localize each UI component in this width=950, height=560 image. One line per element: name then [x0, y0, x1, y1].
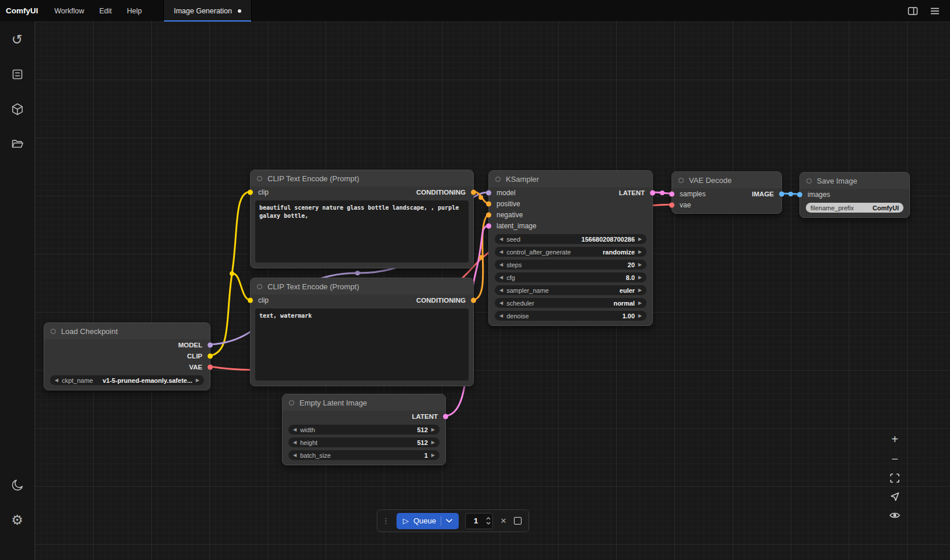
- settings-button[interactable]: ⚙: [5, 507, 30, 533]
- widget-arrow-left-icon[interactable]: ◀: [293, 440, 297, 445]
- collapse-dot[interactable]: [806, 178, 812, 184]
- widget-arrow-left-icon[interactable]: ◀: [499, 301, 503, 306]
- queue-button[interactable]: ▷ Queue: [397, 513, 459, 529]
- menu-edit[interactable]: Edit: [92, 0, 120, 21]
- collapse-dot[interactable]: [257, 284, 262, 289]
- node-header[interactable]: CLIP Text Encode (Prompt): [251, 170, 473, 186]
- collapse-dot[interactable]: [257, 176, 262, 181]
- input-port-images[interactable]: [797, 192, 802, 197]
- collapse-dot[interactable]: [51, 329, 56, 334]
- batch-count-input[interactable]: 1: [465, 513, 493, 529]
- stepper-down-icon[interactable]: [486, 522, 491, 525]
- menu-workflow[interactable]: Workflow: [47, 0, 92, 21]
- input-port-latent-image[interactable]: [486, 223, 491, 228]
- drag-handle-icon[interactable]: ⋮: [381, 516, 390, 525]
- cfg-widget[interactable]: ◀ cfg 8.0 ▶: [495, 272, 647, 282]
- collapse-dot[interactable]: [289, 400, 294, 405]
- sidebar-history-button[interactable]: ↺: [5, 27, 30, 52]
- menu-help[interactable]: Help: [119, 0, 149, 21]
- node-vae-decode[interactable]: VAE Decode samples IMAGE vae: [672, 171, 782, 214]
- node-header[interactable]: Load Checkpoint: [44, 323, 210, 339]
- output-port-conditioning[interactable]: [471, 189, 476, 195]
- output-port-vae[interactable]: [208, 364, 213, 369]
- toggle-panel-button[interactable]: [907, 5, 919, 17]
- output-port-model[interactable]: [208, 342, 213, 347]
- sidebar-workflows-button[interactable]: [5, 131, 30, 157]
- widget-arrow-left-icon[interactable]: ◀: [499, 263, 503, 267]
- node-ksampler[interactable]: KSampler model LATENT positive negative …: [488, 170, 653, 326]
- stop-button[interactable]: [514, 517, 522, 525]
- node-clip-text-encode-positive[interactable]: CLIP Text Encode (Prompt) clip CONDITION…: [250, 170, 474, 268]
- widget-arrow-left-icon[interactable]: ◀: [499, 275, 503, 280]
- node-header[interactable]: Empty Latent Image: [283, 394, 445, 411]
- widget-arrow-left-icon[interactable]: ◀: [499, 250, 503, 254]
- batch-size-widget[interactable]: ◀ batch_size 1 ▶: [288, 450, 440, 460]
- sidebar-node-library-button[interactable]: [5, 96, 30, 122]
- steps-widget[interactable]: ◀ steps 20 ▶: [495, 260, 647, 270]
- node-load-checkpoint[interactable]: Load Checkpoint MODEL CLIP VAE ◀ ckpt_na…: [44, 322, 210, 390]
- control-after-generate-widget[interactable]: ◀ control_after_generate randomize ▶: [495, 247, 647, 257]
- widget-arrow-left-icon[interactable]: ◀: [293, 428, 297, 432]
- zoom-out-button[interactable]: −: [891, 453, 898, 465]
- input-port-vae[interactable]: [669, 202, 674, 207]
- width-widget[interactable]: ◀ width 512 ▶: [288, 425, 440, 435]
- output-port-conditioning[interactable]: [471, 297, 476, 303]
- fit-view-button[interactable]: [889, 472, 901, 484]
- input-port-samples[interactable]: [669, 191, 674, 196]
- denoise-widget[interactable]: ◀ denoise 1.00 ▶: [495, 311, 647, 321]
- widget-arrow-left-icon[interactable]: ◀: [293, 453, 297, 458]
- ckpt-name-widget[interactable]: ◀ ckpt_name v1-5-pruned-emaonly.safete..…: [50, 375, 204, 385]
- filename-prefix-widget[interactable]: filename_prefix ComfyUI: [806, 203, 903, 213]
- select-mode-button[interactable]: [889, 491, 901, 502]
- sidebar-queue-button[interactable]: [5, 62, 30, 87]
- widget-arrow-right-icon[interactable]: ▶: [431, 428, 435, 432]
- widget-arrow-right-icon[interactable]: ▶: [638, 250, 642, 254]
- output-port-latent[interactable]: [650, 190, 655, 195]
- widget-arrow-left-icon[interactable]: ◀: [499, 314, 503, 318]
- cancel-button[interactable]: ×: [499, 516, 508, 526]
- collapse-dot[interactable]: [495, 177, 501, 182]
- node-header[interactable]: KSampler: [489, 171, 652, 187]
- node-header[interactable]: VAE Decode: [672, 172, 781, 188]
- seed-widget[interactable]: ◀ seed 156680208700286 ▶: [495, 234, 647, 244]
- input-port-clip[interactable]: [248, 189, 253, 195]
- stepper-up-icon[interactable]: [486, 517, 491, 520]
- tab-image-generation[interactable]: Image Generation: [163, 0, 252, 21]
- widget-arrow-right-icon[interactable]: ▶: [638, 275, 642, 280]
- app-logo[interactable]: ComfyUI: [0, 0, 47, 21]
- widget-arrow-left-icon[interactable]: ◀: [55, 378, 58, 383]
- widget-arrow-left-icon[interactable]: ◀: [499, 237, 503, 242]
- node-header[interactable]: Save Image: [800, 173, 909, 189]
- height-widget[interactable]: ◀ height 512 ▶: [288, 437, 440, 447]
- widget-arrow-right-icon[interactable]: ▶: [431, 440, 435, 445]
- input-port-negative[interactable]: [486, 212, 491, 217]
- input-port-clip[interactable]: [248, 297, 253, 303]
- menu-button[interactable]: [930, 6, 940, 16]
- input-port-positive[interactable]: [486, 201, 491, 206]
- widget-arrow-right-icon[interactable]: ▶: [638, 288, 642, 293]
- zoom-in-button[interactable]: +: [891, 433, 898, 446]
- widget-arrow-right-icon[interactable]: ▶: [196, 378, 199, 383]
- widget-arrow-right-icon[interactable]: ▶: [638, 314, 642, 318]
- node-empty-latent-image[interactable]: Empty Latent Image LATENT ◀ width 512 ▶ …: [282, 394, 446, 465]
- node-header[interactable]: CLIP Text Encode (Prompt): [251, 278, 473, 295]
- widget-arrow-right-icon[interactable]: ▶: [638, 263, 642, 267]
- widget-arrow-right-icon[interactable]: ▶: [431, 453, 435, 458]
- prompt-text-input[interactable]: text, watermark: [255, 308, 469, 380]
- node-save-image[interactable]: Save Image images filename_prefix ComfyU…: [799, 172, 910, 218]
- prompt-text-input[interactable]: beautiful scenery nature glass bottle la…: [255, 200, 469, 263]
- toggle-visibility-button[interactable]: [889, 509, 901, 521]
- collapse-dot[interactable]: [678, 178, 684, 183]
- output-port-image[interactable]: [779, 191, 784, 196]
- node-clip-text-encode-negative[interactable]: CLIP Text Encode (Prompt) clip CONDITION…: [250, 278, 474, 386]
- widget-arrow-right-icon[interactable]: ▶: [638, 301, 642, 306]
- output-port-latent[interactable]: [443, 414, 448, 419]
- output-port-clip[interactable]: [208, 353, 213, 358]
- widget-arrow-right-icon[interactable]: ▶: [638, 237, 642, 242]
- theme-toggle-button[interactable]: [5, 472, 30, 498]
- scheduler-widget[interactable]: ◀ scheduler normal ▶: [495, 298, 647, 308]
- widget-arrow-left-icon[interactable]: ◀: [499, 288, 503, 293]
- sampler-name-widget[interactable]: ◀ sampler_name euler ▶: [495, 285, 647, 295]
- input-port-model[interactable]: [486, 190, 491, 195]
- chevron-down-icon[interactable]: [446, 519, 452, 523]
